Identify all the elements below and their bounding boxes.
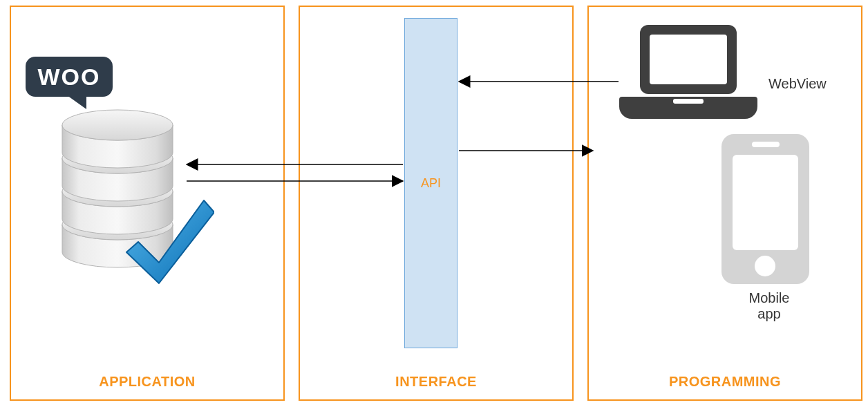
database-icon bbox=[55, 107, 214, 287]
mobile-app-label: Mobile app bbox=[745, 290, 793, 322]
svg-point-15 bbox=[755, 256, 775, 276]
laptop-icon bbox=[619, 21, 757, 124]
svg-rect-11 bbox=[673, 99, 704, 104]
webview-label: WebView bbox=[768, 76, 827, 92]
svg-rect-10 bbox=[650, 35, 727, 84]
svg-rect-13 bbox=[733, 155, 798, 250]
woo-badge-icon: WOO bbox=[24, 55, 114, 111]
woo-label: WOO bbox=[38, 64, 101, 90]
diagram-canvas: APPLICATION INTERFACE PROGRAMMING API WO… bbox=[0, 0, 868, 407]
mobile-icon bbox=[719, 131, 812, 287]
svg-rect-14 bbox=[752, 142, 780, 147]
svg-point-8 bbox=[62, 110, 173, 140]
